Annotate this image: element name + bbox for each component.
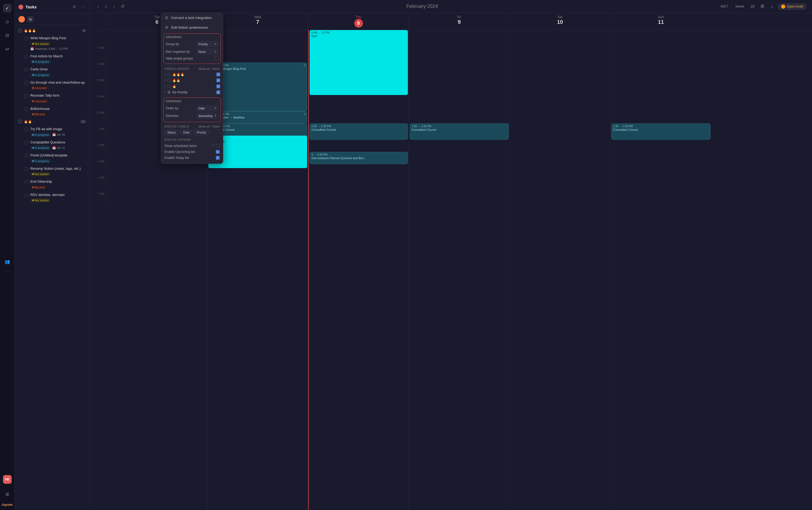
time-5pm: 5 PM — [90, 192, 107, 209]
task-checkbox[interactable] — [24, 81, 28, 85]
event-write-blog[interactable]: 9 AM → 12 PM Write Morgen Blog Post N — [208, 63, 307, 111]
status-badge: In progress — [30, 133, 51, 137]
tasks-header: Tasks ↺ ··· — [14, 0, 90, 14]
day-col-sun[interactable]: 1:30 → 2:30 PM Consultant Course — [610, 30, 711, 510]
task-name: Try FB ad with image — [30, 127, 65, 132]
sidebar: ✓ ⊙ ⊟ ⇄ 👥 HE ⊞ Upgrade — [0, 0, 14, 510]
task-item[interactable]: Brillionhouse Blocked — [16, 105, 89, 118]
day-col-fri[interactable]: 1:30 → 2:30 PM Consultant Course — [409, 30, 510, 510]
event-consultant-fri[interactable]: 1:30 → 2:30 PM Consultant Course — [410, 123, 509, 140]
open-invite-button[interactable]: 🟠 Open Invite — [778, 3, 807, 10]
day-label: Sat — [513, 15, 608, 19]
search-button[interactable]: ⌕ — [769, 3, 775, 10]
day-header-sat[interactable]: Sat 10 — [510, 13, 610, 30]
event-consultant-thu[interactable]: 1:30 → 2:30 PM Consultant Course — [310, 123, 408, 140]
tasks-more-icon[interactable]: ··· — [79, 3, 86, 10]
event-time: 12 → 12:45 PM — [210, 113, 305, 116]
task-item[interactable]: Find Airbnb for March In progress — [16, 53, 89, 65]
grid-view-button[interactable]: ⊟ — [749, 3, 756, 10]
refresh-nav-button[interactable]: ↺ — [119, 3, 126, 10]
upgrade-button[interactable]: Upgrade — [3, 503, 12, 506]
main-content: ‹ ○ › ↺ February 2024 WET Week ⊟ ⌘ ⌕ 🟠 O… — [90, 0, 812, 510]
task-name: Carte Grise — [30, 67, 51, 72]
day-col-wed[interactable]: 9 AM → 12 PM Write Morgen Blog Post N 12… — [207, 30, 308, 510]
day-col-tue[interactable] — [107, 30, 207, 510]
task-checkbox[interactable] — [24, 55, 28, 58]
sidebar-link-icon[interactable]: ⊙ — [3, 17, 12, 26]
task-item[interactable]: Comptabilité Questions In progress 📅 Jan… — [16, 139, 89, 152]
task-item[interactable]: Finish [Untitled] template In progress — [16, 152, 89, 164]
task-checkbox[interactable] — [24, 154, 28, 157]
tasks-panel: Tasks ↺ ··· N 🔥🔥🔥 6 Write Morg — [14, 0, 90, 510]
date-badge: 📅 Yesterday, 9 AM → 12 PM — [30, 47, 68, 51]
day-header-fri[interactable]: Fri 9 — [409, 13, 510, 30]
sidebar-people-icon[interactable]: 👥 — [3, 257, 12, 266]
tasks-header-dot — [19, 5, 23, 9]
task-item[interactable]: Recreate Tally form Canceled — [16, 92, 89, 105]
task-checkbox[interactable] — [24, 193, 28, 197]
time-8am: 8 AM — [90, 46, 107, 63]
week-view-button[interactable]: Week — [733, 3, 747, 9]
day-header-sun[interactable]: Sun 11 — [610, 13, 711, 30]
date-badge: 📅 Jan 30 — [52, 133, 65, 137]
day-header-wed[interactable]: Wed 7 — [207, 13, 308, 30]
task-name: RDV dentiste, dermato — [30, 193, 64, 198]
time-11am: 11 AM — [90, 95, 107, 111]
task-checkbox[interactable] — [24, 36, 28, 40]
task-checkbox[interactable] — [24, 107, 28, 111]
task-item[interactable]: Carte Grise In progress — [16, 65, 89, 79]
avatar[interactable]: HE — [3, 475, 12, 484]
day-label: Tue — [109, 15, 204, 19]
event-title: Deep Work — [210, 140, 306, 144]
next-nav-button[interactable]: › — [112, 3, 116, 10]
event-title: Consultant Course — [412, 128, 507, 131]
event-checkbox[interactable] — [210, 67, 213, 71]
task-item[interactable]: End Othership Blocked — [16, 178, 89, 191]
event-title: Write Morgen Blog Post — [214, 67, 246, 71]
sidebar-box-icon[interactable]: ⊞ — [3, 490, 12, 498]
event-surf[interactable]: 8 AM → 12 PM Surf — [310, 30, 408, 95]
day-col-thu[interactable]: 8 AM → 12 PM Surf 1:30 → 2:30 PM Consult… — [308, 30, 409, 510]
status-badge: Not started — [30, 199, 50, 202]
wet-view-button[interactable]: WET — [718, 3, 730, 9]
day-col-sat[interactable] — [510, 30, 610, 510]
event-title: Consultant Course — [613, 128, 708, 131]
event-deep-work[interactable]: 2 PM Deep Work — [208, 136, 307, 168]
task-item[interactable]: Revamp Notion (notes, tags, etc.) Not st… — [16, 165, 89, 178]
notion-icon[interactable]: N — [27, 16, 34, 23]
orange-avatar — [19, 16, 25, 23]
task-checkbox[interactable] — [24, 127, 28, 131]
sidebar-calendar-icon[interactable]: ⊟ — [3, 31, 12, 39]
task-group-high[interactable]: 🔥🔥🔥 6 — [14, 27, 90, 34]
event-checkbox-checked[interactable]: ✓ — [210, 116, 213, 119]
event-time: 2 PM — [210, 137, 306, 140]
day-header-thu[interactable]: Thu 8 — [308, 13, 409, 30]
task-checkbox[interactable] — [24, 167, 28, 171]
sidebar-check-icon[interactable]: ✓ — [3, 4, 12, 12]
circle-nav-button[interactable]: ○ — [103, 3, 109, 10]
status-badge: In progress — [30, 60, 51, 64]
task-item[interactable]: Go through chat and clean/follow-up Canc… — [16, 79, 89, 92]
event-consultant-sun[interactable]: 1:30 → 2:30 PM Consultant Course — [611, 123, 710, 140]
task-item[interactable]: Try FB ad with image In progress 📅 Jan 3… — [16, 125, 89, 138]
task-checkbox[interactable] — [24, 68, 28, 71]
terminal-view-button[interactable]: ⌘ — [759, 3, 766, 10]
task-checkbox[interactable] — [24, 94, 28, 98]
event-time: 1:30 → 2:30 PM — [210, 125, 305, 128]
task-item[interactable]: RDV dentiste, dermato Not started — [16, 191, 89, 204]
sidebar-shuffle-icon[interactable]: ⇄ — [3, 44, 12, 53]
day-header-tue[interactable]: Tue 6 — [107, 13, 207, 30]
event-intro[interactable]: 3 → 3:30 PM Intro between Rames Quinerie… — [310, 152, 408, 164]
day-label: Sun — [613, 15, 708, 19]
date-badge: 📅 Jan 31 — [52, 146, 65, 150]
task-checkbox[interactable] — [24, 180, 28, 184]
task-checkbox[interactable] — [24, 141, 28, 145]
event-newsletter[interactable]: 12 → 12:45 PM ✓ Newsletter → Webflow N — [208, 111, 307, 123]
group-count-2: 15 — [80, 120, 86, 123]
event-time: 9 AM → 12 PM — [210, 64, 305, 67]
month-title: February 2024 — [129, 3, 715, 9]
task-item[interactable]: Write Morgen Blog Post Not started 📅 Yes… — [16, 34, 89, 52]
tasks-refresh-icon[interactable]: ↺ — [71, 3, 78, 10]
prev-nav-button[interactable]: ‹ — [96, 3, 100, 10]
task-group-med[interactable]: 🔥🔥 15 — [14, 118, 90, 125]
